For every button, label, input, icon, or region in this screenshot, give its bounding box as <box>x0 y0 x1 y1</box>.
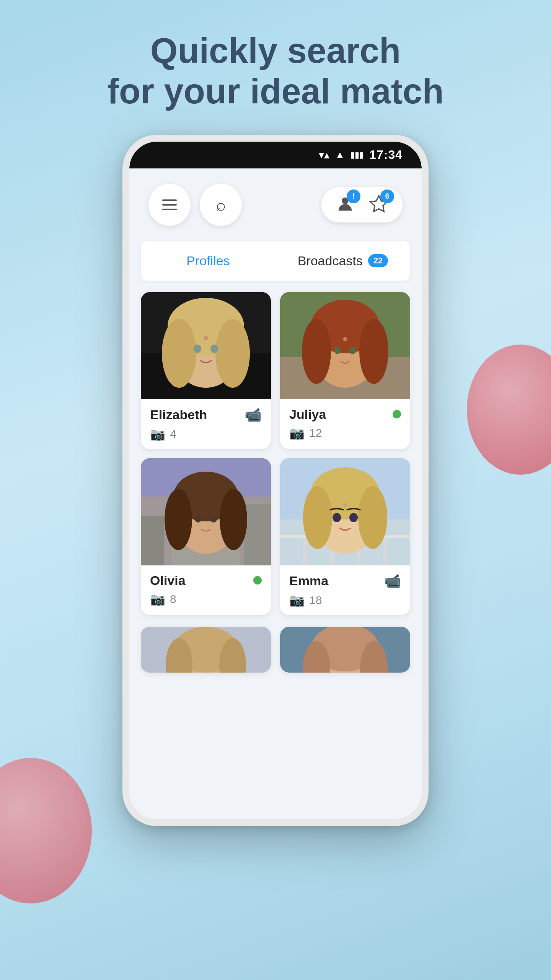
photo-count-elizabeth: 4 <box>170 428 176 441</box>
camera-icon-juliya: 📷 <box>289 426 305 440</box>
olivia-photo-art <box>141 458 271 565</box>
svg-rect-40 <box>303 538 307 565</box>
profile-name-row-olivia: Olivia <box>150 573 262 588</box>
partial-photo-left <box>141 627 271 673</box>
favorites-button[interactable]: 6 <box>369 194 389 216</box>
profile-card-partial-right[interactable] <box>280 627 410 673</box>
svg-point-18 <box>349 346 356 354</box>
profile-name-row-elizabeth: Elizabeth 📹 <box>150 407 262 423</box>
profile-photo-emma <box>280 458 410 565</box>
wifi-icon: ▾▴ <box>319 149 329 161</box>
battery-icon: ▮▮▮ <box>350 150 364 160</box>
tab-bar: Profiles Broadcasts 22 <box>141 241 410 281</box>
profile-name-row-juliya: Juliya <box>289 407 401 422</box>
svg-point-16 <box>359 319 388 384</box>
profile-card-elizabeth[interactable]: Elizabeth 📹 📷 4 <box>141 292 271 449</box>
svg-point-17 <box>334 346 341 354</box>
video-indicator-elizabeth: 📹 <box>245 407 262 423</box>
profile-photo-juliya <box>280 292 410 399</box>
profile-card-olivia[interactable]: Olivia 📷 8 <box>141 458 271 615</box>
hamburger-icon <box>162 199 177 210</box>
juliya-photo-art <box>280 292 410 399</box>
emma-photo-art <box>280 458 410 565</box>
svg-point-9 <box>204 336 208 340</box>
search-button[interactable]: ⌕ <box>200 184 242 226</box>
svg-point-50 <box>343 502 347 506</box>
status-bar: ▾▴ ▲ ▮▮▮ 17:34 <box>129 142 422 168</box>
top-nav: ⌕ ! <box>129 168 422 234</box>
profile-name-juliya: Juliya <box>289 407 326 422</box>
online-indicator-olivia <box>253 576 262 585</box>
profile-name-olivia: Olivia <box>150 573 186 588</box>
phone-mockup: ▾▴ ▲ ▮▮▮ 17:34 <box>122 135 429 826</box>
header-line2: for your ideal match <box>107 72 443 111</box>
camera-icon-olivia: 📷 <box>150 592 165 606</box>
partial-art-right <box>280 627 410 673</box>
profile-photo-olivia <box>141 458 271 565</box>
profile-card-partial-left[interactable] <box>141 627 271 673</box>
svg-point-7 <box>194 345 201 353</box>
photo-count-row-olivia: 📷 8 <box>150 592 262 606</box>
tab-broadcasts[interactable]: Broadcasts 22 <box>276 241 410 281</box>
tab-broadcasts-label: Broadcasts <box>298 253 363 268</box>
profile-info-juliya: Juliya 📷 12 <box>280 399 410 448</box>
balloon-decoration-right <box>467 345 551 475</box>
header-title: Quickly search for your ideal match <box>107 31 443 112</box>
svg-rect-43 <box>383 538 387 565</box>
photo-count-row-juliya: 📷 12 <box>289 426 401 440</box>
photo-count-olivia: 8 <box>170 593 176 606</box>
camera-icon-elizabeth: 📷 <box>150 427 165 441</box>
profile-grid-partial <box>129 627 422 684</box>
svg-rect-23 <box>244 504 271 565</box>
header-line1: Quickly search <box>150 31 401 70</box>
menu-button[interactable] <box>148 184 191 226</box>
svg-point-35 <box>195 515 202 523</box>
photo-count-emma: 18 <box>309 594 322 607</box>
profile-card-emma[interactable]: Emma 📹 📷 18 <box>280 458 410 615</box>
profile-info-emma: Emma 📹 📷 18 <box>280 565 410 615</box>
photo-count-juliya: 12 <box>309 426 322 439</box>
profile-name-row-emma: Emma 📹 <box>289 573 401 589</box>
svg-point-19 <box>343 337 347 341</box>
notification-badge: ! <box>347 189 360 203</box>
svg-point-49 <box>349 513 358 522</box>
signal-icon: ▲ <box>335 149 345 161</box>
svg-point-46 <box>303 486 332 549</box>
svg-point-47 <box>358 486 387 549</box>
partial-photo-right <box>280 627 410 673</box>
svg-rect-22 <box>141 516 164 565</box>
profile-photo-elizabeth <box>141 292 271 399</box>
status-icons: ▾▴ ▲ ▮▮▮ 17:34 <box>319 148 403 162</box>
partial-art-left <box>141 627 271 673</box>
profile-card-juliya[interactable]: Juliya 📷 12 <box>280 292 410 449</box>
favorites-badge: 6 <box>380 189 394 203</box>
online-indicator-juliya <box>393 410 401 418</box>
photo-count-row-elizabeth: 📷 4 <box>150 427 262 441</box>
app-content: ⌕ ! <box>129 168 422 819</box>
svg-point-48 <box>333 513 341 522</box>
profile-name-elizabeth: Elizabeth <box>150 407 207 422</box>
video-indicator-emma: 📹 <box>384 573 401 589</box>
tab-profiles[interactable]: Profiles <box>141 241 276 281</box>
status-time: 17:34 <box>369 148 403 162</box>
phone-outer-frame: ▾▴ ▲ ▮▮▮ 17:34 <box>122 135 429 826</box>
svg-point-5 <box>162 319 196 388</box>
svg-point-34 <box>220 489 247 550</box>
phone-screen: ▾▴ ▲ ▮▮▮ 17:34 <box>129 142 422 819</box>
tab-profiles-label: Profiles <box>186 253 230 268</box>
header-section: Quickly search for your ideal match <box>107 31 443 112</box>
svg-point-6 <box>215 319 250 388</box>
camera-icon-emma: 📷 <box>289 593 305 608</box>
profile-name-emma: Emma <box>289 573 328 588</box>
nav-right-actions: ! 6 <box>321 187 403 222</box>
notifications-button[interactable]: ! <box>335 194 355 216</box>
svg-point-8 <box>210 345 218 353</box>
svg-point-15 <box>302 319 331 384</box>
elizabeth-photo-art <box>141 292 271 399</box>
nav-left-buttons: ⌕ <box>148 184 242 226</box>
balloon-decoration-left <box>0 758 92 903</box>
svg-point-36 <box>210 515 217 523</box>
photo-count-row-emma: 📷 18 <box>289 593 401 608</box>
broadcasts-badge: 22 <box>368 254 388 267</box>
profile-grid: Elizabeth 📹 📷 4 <box>129 288 422 627</box>
